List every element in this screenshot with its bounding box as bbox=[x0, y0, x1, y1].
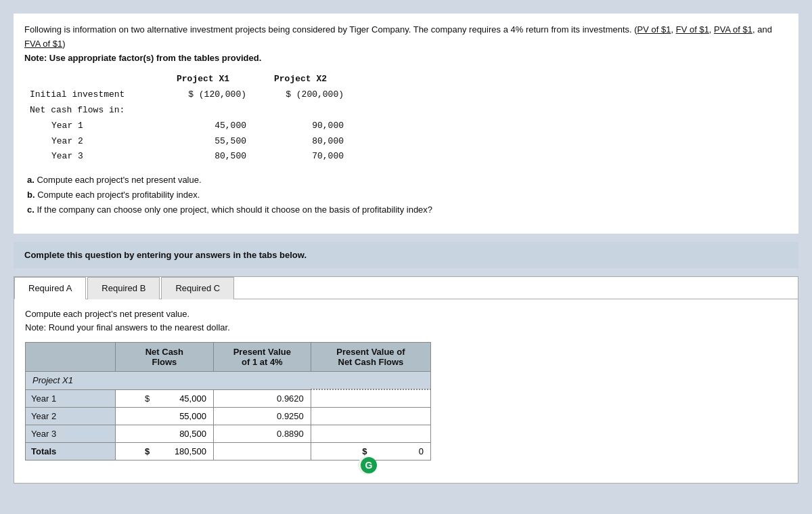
initial-investment-row: Initial investment $ (120,000) $ (200,00… bbox=[24, 87, 349, 103]
x1-year1-dollar: $ bbox=[145, 393, 150, 404]
col-header-pv-factor: Present Value of 1 at 4% bbox=[213, 343, 311, 372]
x1-year2-row: Year 2 0.9250 bbox=[26, 408, 431, 425]
x1-year3-label: Year 3 bbox=[26, 425, 116, 443]
intro-paragraph: Following is information on two alternat… bbox=[24, 23, 788, 51]
col-header-label bbox=[26, 343, 116, 372]
x1-totals-pv-result-input[interactable] bbox=[369, 446, 424, 456]
initial-investment-label: Initial investment bbox=[24, 87, 154, 103]
instruction-text: Complete this question by entering your … bbox=[24, 250, 307, 260]
year3-label: Year 3 bbox=[24, 149, 154, 165]
x1-year1-pv-result-input[interactable] bbox=[342, 393, 424, 404]
col-header-cash-flows: Net Cash Flows bbox=[115, 343, 213, 372]
x1-totals-cash-flow-cell[interactable]: $ bbox=[115, 443, 213, 461]
question-b: b. Compute each project's profitability … bbox=[27, 188, 788, 202]
project-x1-label-cell: Project X1 bbox=[26, 372, 431, 390]
project-data-table: Project X1 Project X2 Initial investment… bbox=[24, 72, 349, 165]
tab-required-b[interactable]: Required B bbox=[87, 277, 160, 299]
year3-row: Year 3 80,500 70,000 bbox=[24, 149, 349, 165]
x1-year1-cash-flow-input[interactable] bbox=[152, 393, 206, 404]
x1-year2-pv-factor-cell: 0.9250 bbox=[213, 408, 311, 425]
x1-year2-cash-flow-input[interactable] bbox=[132, 411, 206, 421]
year2-x2: 80,000 bbox=[252, 134, 349, 150]
tab-required-c[interactable]: Required C bbox=[161, 277, 234, 299]
year3-x2: 70,000 bbox=[252, 149, 349, 165]
project-x1-label-row: Project X1 bbox=[26, 372, 431, 390]
fva-link[interactable]: FVA of $1 bbox=[24, 39, 62, 49]
question-a: a. Compute each project's net present va… bbox=[27, 173, 788, 188]
initial-investment-x2: $ (200,000) bbox=[252, 87, 349, 103]
note-text: Note: Use appropriate factor(s) from the… bbox=[24, 51, 788, 66]
table-header-row: Net Cash Flows Present Value of 1 at 4% … bbox=[26, 343, 431, 372]
year1-x1: 45,000 bbox=[154, 119, 252, 134]
project-x1-header: Project X1 bbox=[154, 72, 252, 87]
x1-year3-pv-factor-cell: 0.8890 bbox=[213, 425, 311, 443]
x1-totals-dollar: $ bbox=[145, 446, 150, 456]
x1-year3-cash-flow-input[interactable] bbox=[132, 429, 206, 439]
year1-row: Year 1 45,000 90,000 bbox=[24, 119, 349, 134]
x1-year3-pv-result-cell[interactable] bbox=[311, 425, 430, 443]
x1-year1-label: Year 1 bbox=[26, 389, 116, 408]
x1-year2-pv-result-input[interactable] bbox=[342, 411, 424, 421]
question-c: c. If the company can choose only one pr… bbox=[27, 202, 788, 217]
intro-text-block: Following is information on two alternat… bbox=[14, 14, 798, 234]
q-a-letter: a. bbox=[27, 175, 35, 185]
year2-label: Year 2 bbox=[24, 134, 154, 150]
grammarly-container: G bbox=[357, 456, 377, 475]
initial-investment-x1: $ (120,000) bbox=[154, 87, 252, 103]
x1-year3-row: Year 3 0.8890 bbox=[26, 425, 431, 443]
year2-x1: 55,500 bbox=[154, 134, 252, 150]
x1-year3-pv-result-input[interactable] bbox=[342, 429, 424, 439]
pva-link[interactable]: PVA of $1 bbox=[714, 24, 752, 35]
x1-year1-cash-flow-cell[interactable]: $ bbox=[115, 389, 213, 408]
x1-totals-label: Totals bbox=[26, 443, 116, 461]
net-cash-flows-label: Net cash flows in: bbox=[24, 103, 349, 119]
year3-x1: 80,500 bbox=[154, 149, 252, 165]
col-header-pv-net-cash: Present Value of Net Cash Flows bbox=[311, 343, 430, 372]
x1-totals-pv-dollar: $ bbox=[362, 446, 367, 456]
x1-totals-pv-factor-cell bbox=[213, 443, 311, 461]
year1-x2: 90,000 bbox=[252, 119, 349, 134]
q-c-letter: c. bbox=[27, 205, 35, 215]
year2-row: Year 2 55,500 80,000 bbox=[24, 134, 349, 150]
x1-year2-label: Year 2 bbox=[26, 408, 116, 425]
year1-label: Year 1 bbox=[24, 119, 154, 134]
instruction-box: Complete this question by entering your … bbox=[14, 242, 798, 268]
x1-year2-cash-flow-cell[interactable] bbox=[115, 408, 213, 425]
tab-instructions: Compute each project's net present value… bbox=[25, 307, 787, 334]
questions-block: a. Compute each project's net present va… bbox=[24, 173, 788, 217]
fv-link[interactable]: FV of $1 bbox=[676, 24, 709, 35]
x1-year1-pv-result-cell[interactable] bbox=[311, 389, 430, 408]
x1-totals-cash-flow-input[interactable] bbox=[152, 446, 206, 456]
q-b-letter: b. bbox=[27, 190, 35, 200]
tab-instruction-line2: Note: Round your final answers to the ne… bbox=[25, 321, 787, 335]
x1-year1-pv-factor-cell: 0.9620 bbox=[213, 389, 311, 408]
grammarly-outer-icon[interactable]: G bbox=[358, 456, 377, 475]
x1-year1-row: Year 1 $ 0.9620 bbox=[26, 389, 431, 408]
x1-year3-cash-flow-cell[interactable] bbox=[115, 425, 213, 443]
tabs-header: Required A Required B Required C bbox=[14, 277, 798, 299]
pv-link[interactable]: PV of $1 bbox=[637, 24, 671, 35]
tab-content-required-a: Compute each project's net present value… bbox=[14, 299, 798, 483]
grammarly-icon[interactable]: G bbox=[361, 457, 377, 473]
x1-year2-pv-result-cell[interactable] bbox=[311, 408, 430, 425]
tab-required-a[interactable]: Required A bbox=[14, 277, 86, 299]
tabs-container: Required A Required B Required C Compute… bbox=[14, 276, 798, 484]
answer-table: Net Cash Flows Present Value of 1 at 4% … bbox=[25, 342, 431, 461]
project-x2-header: Project X2 bbox=[252, 72, 349, 87]
tab-instruction-line1: Compute each project's net present value… bbox=[25, 307, 787, 321]
net-cash-flows-label-row: Net cash flows in: bbox=[24, 103, 349, 119]
